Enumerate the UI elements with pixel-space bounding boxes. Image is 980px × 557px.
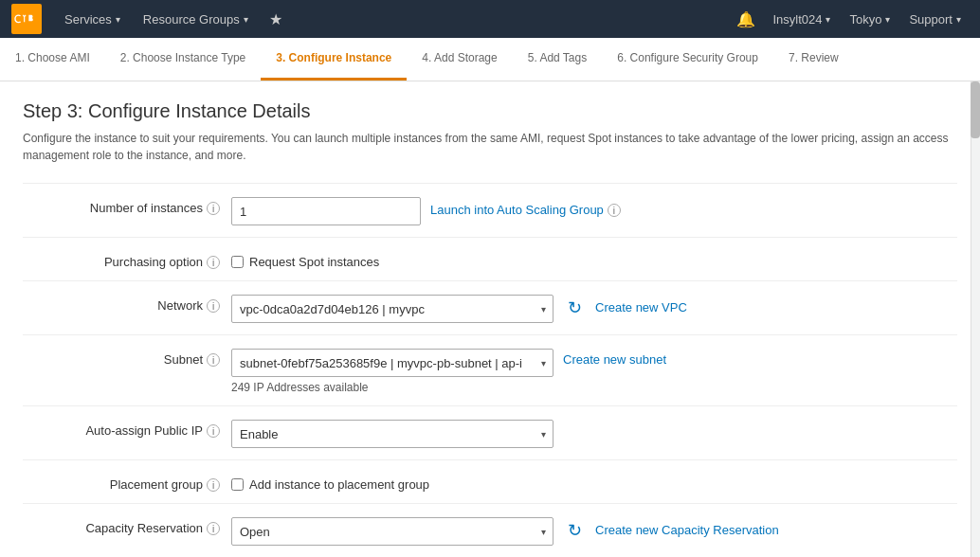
region-arrow-icon: ▾ [885,14,890,25]
subnet-select[interactable]: subnet-0febf75a253685f9e | myvpc-pb-subn… [231,349,554,377]
network-select-wrapper: vpc-0dca0a2d7d04eb126 | myvpc ▾ [231,295,554,323]
auto-ip-select[interactable]: Enable Disable Use subnet setting [231,420,554,448]
placement-control: Add instance to placement group [231,472,957,492]
placement-label-col: Placement group i [23,472,231,492]
spot-instances-checkbox[interactable] [231,256,244,268]
purchasing-label: Purchasing option [104,255,203,269]
network-select[interactable]: vpc-0dca0a2d7d04eb126 | myvpc [231,295,554,323]
services-menu[interactable]: Services ▾ [57,12,128,27]
tab-choose-ami[interactable]: 1. Choose AMI [0,38,105,81]
subnet-label: Subnet [164,352,203,367]
page-description: Configure the instance to suit your requ… [23,130,957,164]
placement-label: Placement group [110,477,203,492]
subnet-info-icon[interactable]: i [207,353,220,367]
placement-checkbox[interactable] [231,478,244,491]
services-arrow-icon: ▾ [116,14,120,25]
support-menu[interactable]: Support ▾ [901,12,969,27]
capacity-info-icon[interactable]: i [207,522,220,535]
scrollbar-track [971,81,980,557]
capacity-refresh-icon[interactable]: ↻ [563,519,586,542]
capacity-row: Capacity Reservation i Open None Select … [23,504,957,557]
bell-icon[interactable]: 🔔 [731,10,761,28]
create-capacity-link[interactable]: Create new Capacity Reservation [595,517,779,537]
aws-logo[interactable] [11,4,42,34]
placement-option-label: Add instance to placement group [249,477,429,492]
tab-configure-instance[interactable]: 3. Configure Instance [261,38,407,81]
auto-scaling-info-icon[interactable]: i [608,204,621,217]
auto-ip-control: Enable Disable Use subnet setting ▾ [231,418,957,448]
num-instances-input[interactable] [231,197,421,225]
tab-add-tags[interactable]: 5. Add Tags [513,38,603,81]
purchasing-control: Request Spot instances [231,249,957,269]
resource-groups-arrow-icon: ▾ [244,14,248,25]
placement-info-icon[interactable]: i [207,478,220,492]
auto-ip-label-col: Auto-assign Public IP i [23,418,231,438]
resource-groups-menu[interactable]: Resource Groups ▾ [136,12,256,27]
network-label-col: Network i [23,293,231,313]
auto-ip-label: Auto-assign Public IP [85,423,203,438]
purchasing-label-col: Purchasing option i [23,249,231,269]
subnet-row: Subnet i subnet-0febf75a253685f9e | myvp… [23,335,957,406]
auto-ip-row: Auto-assign Public IP i Enable Disable U… [23,406,957,460]
main-content: Step 3: Configure Instance Details Confi… [0,81,980,557]
create-vpc-link[interactable]: Create new VPC [595,295,687,314]
scrollbar-thumb[interactable] [971,81,980,138]
num-instances-label: Number of instances [90,201,203,215]
subnet-select-wrapper: subnet-0febf75a253685f9e | myvpc-pb-subn… [231,349,554,377]
num-instances-control: Launch into Auto Scaling Group i [231,195,957,225]
auto-ip-info-icon[interactable]: i [207,424,220,438]
top-navigation: Services ▾ Resource Groups ▾ ★ 🔔 Insylt0… [0,0,980,38]
num-instances-info-icon[interactable]: i [207,202,220,215]
support-arrow-icon: ▾ [956,14,961,25]
purchasing-row: Purchasing option i Request Spot instanc… [23,238,957,281]
configure-form: Number of instances i Launch into Auto S… [23,183,957,557]
wizard-tabs: 1. Choose AMI 2. Choose Instance Type 3.… [0,38,980,81]
placement-checkbox-label[interactable]: Add instance to placement group [231,474,429,492]
create-subnet-link[interactable]: Create new subnet [563,349,666,367]
num-instances-label-col: Number of instances i [23,195,231,215]
network-row: Network i vpc-0dca0a2d7d04eb126 | myvpc … [23,281,957,335]
num-instances-row: Number of instances i Launch into Auto S… [23,184,957,238]
placement-row: Placement group i Add instance to placem… [23,460,957,504]
network-label: Network [157,298,203,313]
capacity-select[interactable]: Open None Select existing reservation [231,517,554,546]
tab-review[interactable]: 7. Review [773,38,854,81]
spot-instances-label: Request Spot instances [249,255,379,269]
spot-instances-checkbox-label[interactable]: Request Spot instances [231,251,379,269]
capacity-select-wrapper: Open None Select existing reservation ▾ [231,517,554,546]
network-refresh-icon[interactable]: ↻ [563,296,586,319]
user-menu[interactable]: Insylt024 ▾ [765,12,838,27]
user-arrow-icon: ▾ [826,14,830,25]
purchasing-info-icon[interactable]: i [207,256,220,269]
tab-configure-security-group[interactable]: 6. Configure Security Group [602,38,773,81]
page-title: Step 3: Configure Instance Details [23,100,957,122]
capacity-control: Open None Select existing reservation ▾ … [231,515,957,546]
aws-logo-box [11,4,42,34]
auto-ip-select-wrapper: Enable Disable Use subnet setting ▾ [231,420,554,448]
tab-add-storage[interactable]: 4. Add Storage [407,38,512,81]
region-menu[interactable]: Tokyo ▾ [842,12,898,27]
tab-choose-instance-type[interactable]: 2. Choose Instance Type [105,38,262,81]
bookmark-icon[interactable]: ★ [263,10,288,28]
subnet-label-col: Subnet i [23,347,231,367]
subnet-availability: 249 IP Addresses available [231,381,554,394]
network-info-icon[interactable]: i [207,299,220,313]
launch-auto-scaling-link[interactable]: Launch into Auto Scaling Group i [430,197,621,217]
capacity-label: Capacity Reservation [85,521,203,535]
subnet-control: subnet-0febf75a253685f9e | myvpc-pb-subn… [231,347,957,394]
network-control: vpc-0dca0a2d7d04eb126 | myvpc ▾ ↻ Create… [231,293,957,323]
capacity-label-col: Capacity Reservation i [23,515,231,535]
